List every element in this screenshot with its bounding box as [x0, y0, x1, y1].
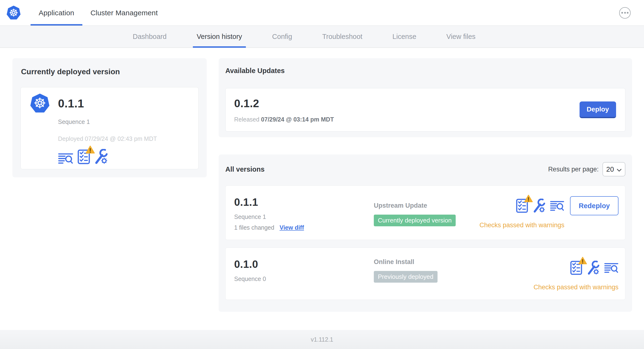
view-diff-link[interactable]: View diff: [280, 224, 304, 231]
chevron-down-icon: [617, 166, 622, 173]
app-level-tabs: Application Cluster Management: [30, 0, 166, 26]
admin-console: ☸ Application Cluster Management Dashboa…: [0, 0, 644, 349]
version-row-0.1.0: 0.1.0 Sequence 0 Online Install Previous…: [225, 248, 626, 300]
update-version-number: 0.1.2: [234, 97, 334, 110]
warning-icon: [578, 257, 587, 264]
current-version-deployed-date: Deployed 07/29/24 @ 02:43 pm MDT: [58, 135, 189, 142]
console-footer: v1.112.1: [0, 330, 644, 349]
right-column: Available Updates 0.1.2 Released 07/29/2…: [219, 58, 632, 312]
kubernetes-logo-icon: ☸: [7, 6, 20, 20]
current-version-number: 0.1.1: [58, 97, 84, 110]
deploy-logs-icon[interactable]: [604, 262, 618, 273]
files-changed-text: 1 files changed: [234, 224, 274, 231]
config-wrench-icon[interactable]: [533, 198, 545, 213]
preflight-checks-icon[interactable]: [78, 150, 90, 164]
deploy-logs-icon[interactable]: [550, 200, 564, 211]
more-menu-button[interactable]: [619, 7, 631, 18]
preflight-checks-icon[interactable]: [570, 261, 582, 275]
row-sequence: Sequence 0: [234, 276, 374, 282]
all-versions-title: All versions: [225, 166, 264, 173]
config-wrench-icon[interactable]: [587, 261, 599, 275]
update-released-date: Released 07/29/24 @ 03:14 pm MDT: [234, 116, 334, 123]
all-versions-card: All versions Results per page: 20: [219, 154, 632, 312]
tab-view-files[interactable]: View files: [442, 26, 479, 48]
previously-deployed-badge: Previously deployed: [374, 271, 438, 283]
version-source: Upstream Update: [374, 202, 480, 209]
console-version-text: v1.112.1: [311, 336, 333, 343]
currently-deployed-badge: Currently deployed version: [374, 214, 456, 226]
current-version-sequence: Sequence 1: [58, 118, 189, 125]
results-per-page-label: Results per page:: [548, 166, 599, 173]
app-subnav: Dashboard Version history Config Trouble…: [0, 26, 644, 48]
config-wrench-icon[interactable]: [94, 149, 108, 164]
available-updates-title: Available Updates: [225, 67, 626, 75]
currently-deployed-title: Currently deployed version: [21, 67, 198, 76]
available-updates-card: Available Updates 0.1.2 Released 07/29/2…: [219, 58, 632, 137]
warning-icon: [524, 195, 533, 202]
currently-deployed-version-card: ☸ 0.1.1 Sequence 1 Deployed 07/29/24 @ 0…: [20, 87, 198, 169]
main-content: Currently deployed version ☸ 0.1.1 Seque…: [0, 48, 644, 330]
tab-license[interactable]: License: [388, 26, 420, 48]
row-sequence: Sequence 1: [234, 214, 374, 220]
preflight-status-text: Checks passed with warnings: [480, 222, 564, 229]
deploy-logs-icon[interactable]: [58, 153, 73, 164]
preflight-checks-icon[interactable]: [516, 198, 528, 213]
tab-cluster-management[interactable]: Cluster Management: [82, 0, 166, 26]
warning-icon: [86, 146, 95, 154]
update-row: 0.1.2 Released 07/29/24 @ 03:14 pm MDT D…: [225, 88, 626, 132]
results-per-page-select[interactable]: 20: [602, 162, 626, 176]
row-version-number: 0.1.1: [234, 196, 374, 208]
app-kubernetes-icon: ☸: [30, 94, 50, 113]
tab-application[interactable]: Application: [30, 0, 82, 26]
tab-config[interactable]: Config: [268, 26, 296, 48]
tab-version-history[interactable]: Version history: [193, 26, 246, 48]
preflight-status-text: Checks passed with warnings: [534, 284, 618, 291]
deploy-button[interactable]: Deploy: [580, 102, 616, 118]
row-version-number: 0.1.0: [234, 258, 374, 270]
version-source: Online Install: [374, 258, 534, 266]
version-row-0.1.1: 0.1.1 Sequence 1 1 files changed View di…: [225, 186, 626, 240]
currently-deployed-card: Currently deployed version ☸ 0.1.1 Seque…: [12, 58, 207, 177]
redeploy-button[interactable]: Redeploy: [570, 196, 618, 215]
ellipsis-icon: [621, 12, 623, 14]
results-per-page-value: 20: [606, 166, 614, 173]
tab-troubleshoot[interactable]: Troubleshoot: [318, 26, 366, 48]
top-header: ☸ Application Cluster Management: [0, 0, 644, 26]
tab-dashboard[interactable]: Dashboard: [129, 26, 170, 48]
